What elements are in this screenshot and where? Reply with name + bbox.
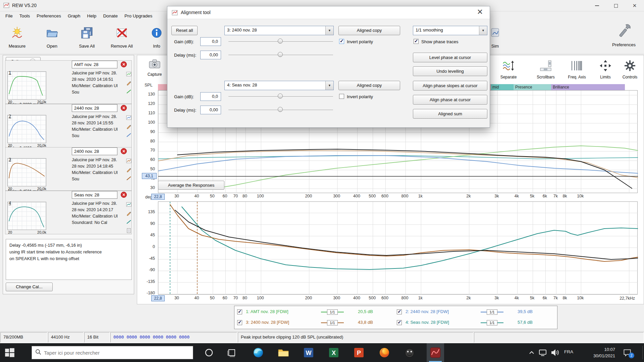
invert-polarity1-checkbox[interactable]	[339, 39, 344, 44]
delete-measurement-button[interactable]: ×	[121, 148, 127, 154]
menu-preferences[interactable]: Preferences	[33, 12, 64, 19]
reset-all-button[interactable]: Reset all	[171, 26, 198, 35]
measurement-number[interactable]: 4	[9, 200, 11, 205]
mini-chart-icon[interactable]	[126, 71, 131, 77]
delay1-field[interactable]: 0,00	[200, 51, 221, 59]
slider-knob[interactable]	[278, 52, 283, 57]
show-phase-checkbox[interactable]	[414, 39, 419, 44]
legend-trace-name[interactable]: 2: 2440 nov. 28 [FDW]	[406, 309, 449, 314]
legend-trace-name[interactable]: 1: AMT nov. 28 [FDW]	[246, 309, 288, 314]
invert-polarity2-checkbox[interactable]	[339, 94, 344, 99]
close-button[interactable]: ✕	[625, 0, 644, 11]
mini-pencil-icon[interactable]	[126, 210, 131, 216]
gain2-slider[interactable]	[228, 92, 334, 101]
measurement-card[interactable]: 2440 nov. 28×22020,0kJalucine par HP nov…	[5, 104, 132, 147]
measurement-name-field[interactable]: 2400 nov. 28	[72, 147, 117, 155]
measurement-card[interactable]: Seas nov. 28×42020,0kJalucine par HP nov…	[5, 191, 132, 234]
tray-language[interactable]: FRA	[564, 349, 573, 354]
legend-smoothing-badge[interactable]: 1/1	[321, 320, 344, 325]
legend-trace-name[interactable]: 4: Seas nov. 28 [FDW]	[406, 320, 449, 325]
source2-dropdown[interactable]: 4: Seas nov. 28 ▼	[224, 81, 334, 90]
graphbar-separate[interactable]: Separate	[496, 59, 521, 79]
capture-button[interactable]: Capture	[143, 59, 166, 77]
mini-pencil-icon[interactable]	[126, 124, 131, 129]
graphbar-freq-axis[interactable]: Freq. Axis	[564, 59, 590, 79]
legend-checkbox[interactable]	[237, 309, 242, 314]
mini-line-icon[interactable]	[126, 89, 131, 94]
delete-measurement-button[interactable]: ×	[121, 192, 127, 198]
toolbar-save-all[interactable]: Save All	[73, 23, 101, 49]
delay2-field[interactable]: 0,00	[200, 106, 221, 114]
slider-knob[interactable]	[278, 94, 283, 99]
mini-line-icon[interactable]	[126, 132, 131, 138]
measurement-name-field[interactable]: 2440 nov. 28	[72, 104, 117, 112]
taskbar-app-explorer[interactable]	[275, 343, 292, 362]
menu-help[interactable]: Help	[84, 12, 100, 19]
menu-tools[interactable]: Tools	[16, 12, 34, 19]
minimize-button[interactable]	[588, 0, 606, 11]
taskbar-app-word[interactable]: W	[300, 343, 317, 362]
graphbar-scrollbars[interactable]: Scrollbars	[533, 59, 558, 79]
legend-smoothing-badge[interactable]: 1/1	[481, 320, 503, 325]
tray-clock[interactable]: 10:07 30/01/2021	[580, 346, 615, 359]
measurement-number[interactable]: 2	[9, 114, 11, 119]
gain2-field[interactable]: 0,0	[200, 92, 221, 101]
tray-chevron-up-icon[interactable]	[527, 348, 536, 358]
toolbar-preferences[interactable]: Preferences	[608, 21, 640, 47]
delay2-slider[interactable]	[228, 106, 334, 114]
toolbar-measure[interactable]: Measure	[3, 23, 31, 49]
legend-smoothing-badge[interactable]: 1/1	[481, 309, 503, 315]
task-view-icon[interactable]	[227, 348, 237, 359]
mini-notes-icon[interactable]	[126, 228, 131, 233]
legend-checkbox[interactable]	[397, 320, 402, 325]
cortana-icon[interactable]	[204, 348, 214, 359]
graphbar-controls[interactable]: Controls	[617, 59, 643, 79]
taskbar-app-powerpoint[interactable]: P	[350, 343, 368, 362]
legend-smoothing-badge[interactable]: 1/1	[321, 309, 344, 315]
aligned-copy1-button[interactable]: Aligned copy	[338, 26, 400, 35]
taskbar-app-gimp[interactable]	[401, 343, 418, 362]
mini-chart-icon[interactable]	[126, 158, 131, 164]
menu-file[interactable]: File	[2, 12, 16, 19]
gain1-slider[interactable]	[228, 37, 334, 46]
toolbar-remove-all[interactable]: Remove All	[108, 23, 136, 49]
start-button[interactable]	[4, 347, 15, 360]
mini-pencil-icon[interactable]	[126, 167, 131, 172]
smoothing-dropdown[interactable]: 1/1 smoothing ▼	[413, 26, 487, 35]
taskbar-app-excel[interactable]: X	[325, 343, 342, 362]
toolbar-open[interactable]: Open	[38, 23, 66, 49]
show-desktop-strip[interactable]	[642, 346, 644, 359]
slider-knob[interactable]	[278, 107, 283, 112]
average-responses-button[interactable]: Average the Responses	[158, 181, 224, 190]
mini-pencil-icon[interactable]	[126, 80, 131, 85]
mini-chart-icon[interactable]	[126, 115, 131, 120]
legend-checkbox[interactable]	[237, 320, 242, 325]
source1-dropdown[interactable]: 3: 2400 nov. 28 ▼	[224, 26, 334, 35]
level-phase-at-cursor-button[interactable]: Level phase at cursor	[413, 53, 487, 62]
menu-graph[interactable]: Graph	[64, 12, 84, 19]
measurement-card[interactable]: AMT nov. 28×12020,0kJalucine par HP nov.…	[5, 60, 132, 104]
measurement-name-field[interactable]: Seas nov. 28	[72, 191, 117, 199]
menu-pro-upgrades[interactable]: Pro Upgrades	[121, 12, 156, 19]
aligned-copy2-button[interactable]: Aligned copy	[338, 81, 400, 90]
change-cal-button[interactable]: Change Cal...	[6, 283, 53, 291]
graphbar-limits[interactable]: Limits	[593, 59, 618, 79]
maximize-button[interactable]	[606, 0, 625, 11]
taskbar-app-firefox[interactable]	[376, 343, 393, 362]
tray-network-icon[interactable]	[538, 348, 547, 358]
measurement-number[interactable]: 1	[9, 70, 11, 75]
search-input[interactable]	[44, 350, 190, 356]
taskbar-app-rew[interactable]	[427, 343, 444, 362]
undo-levelling-button[interactable]: Undo levelling	[413, 66, 487, 76]
delete-measurement-button[interactable]: ×	[121, 61, 127, 67]
measurement-number[interactable]: 3	[9, 157, 11, 162]
phase-chart[interactable]	[158, 201, 638, 295]
measurement-name-field[interactable]: AMT nov. 28	[72, 61, 117, 68]
legend-trace-name[interactable]: 3: 2400 nov. 28 [FDW]	[246, 320, 289, 325]
delete-measurement-button[interactable]: ×	[121, 105, 127, 111]
aligned-sum-button[interactable]: Aligned sum	[413, 109, 487, 119]
dialog-titlebar[interactable]: Alignment tool ✕	[167, 6, 490, 19]
dialog-close-button[interactable]: ✕	[475, 8, 485, 16]
toolbar-info[interactable]: Info	[143, 23, 170, 49]
delay1-slider[interactable]	[228, 51, 334, 59]
